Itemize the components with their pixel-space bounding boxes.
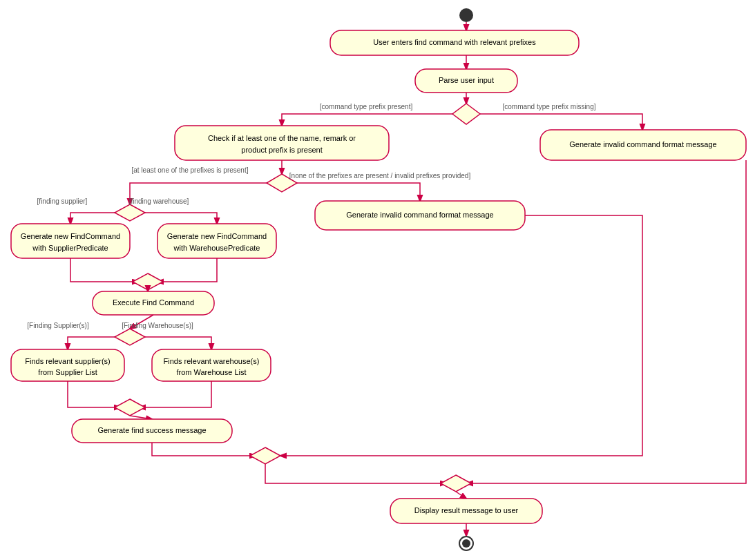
merge-4 <box>441 475 471 492</box>
flow-finding-supplier <box>70 213 115 224</box>
guard-prefix-missing: [command type prefix missing] <box>502 103 595 110</box>
flow-warehouse-merge1 <box>157 258 217 282</box>
guard-finding-supplier: [finding supplier] <box>37 197 88 205</box>
start-node <box>459 8 473 22</box>
guard-prefix-present: [command type prefix present] <box>320 103 413 110</box>
flow-decision-check <box>282 114 452 126</box>
label-parse-input: Parse user input <box>439 76 494 84</box>
label-find-supplier-2: from Supplier List <box>38 368 97 376</box>
label-gen-warehouse-2: with WarehousePredicate <box>173 244 260 252</box>
label-gen-invalid-1: Generate invalid command format message <box>569 140 716 148</box>
label-check-prefix-2: product prefix is present <box>241 146 322 154</box>
label-user-enter: User enters find command with relevant p… <box>373 38 536 46</box>
flow-invalid2-merge3 <box>280 215 642 456</box>
label-gen-success: Generate find success message <box>97 426 206 434</box>
flow-decision-invalid1 <box>480 114 642 130</box>
end-inner <box>462 539 470 548</box>
flow-warehouse-merge2 <box>140 381 211 407</box>
label-display-result: Display result message to user <box>414 506 519 514</box>
flow-exec-warehouse <box>145 337 211 349</box>
node-find-warehouse <box>152 349 271 381</box>
merge-2 <box>115 399 145 416</box>
label-gen-supplier-1: Generate new FindCommand <box>21 232 120 240</box>
node-check-prefix <box>175 126 389 160</box>
flow-decision2-invalid2 <box>297 183 420 201</box>
label-gen-warehouse-1: Generate new FindCommand <box>167 232 267 240</box>
label-gen-invalid-2: Generate invalid command format message <box>346 211 493 219</box>
merge-1 <box>133 273 163 290</box>
label-check-prefix-1: Check if at least one of the name, remar… <box>208 134 356 142</box>
label-find-supplier-1: Finds relevant supplier(s) <box>25 357 111 365</box>
label-execute-find: Execute Find Command <box>113 298 194 307</box>
node-gen-supplier <box>11 224 130 258</box>
flow-success-merge3 <box>152 443 256 456</box>
node-find-supplier <box>11 349 124 381</box>
flow-supplier-merge2 <box>68 381 120 407</box>
decision-parse <box>452 104 480 124</box>
label-find-warehouse-2: from Warehouse List <box>176 368 246 376</box>
node-gen-warehouse <box>157 224 276 258</box>
decision-finding <box>115 204 145 221</box>
flow-exec-supplier <box>68 337 115 349</box>
label-gen-supplier-2: with SupplierPredicate <box>32 244 108 252</box>
flow-merge4-display <box>456 492 466 499</box>
guard-exec-warehouse: [Finding Warehouse(s)] <box>122 322 193 329</box>
guard-one-present: [at least one of the prefixes is present… <box>132 166 249 174</box>
guard-exec-supplier: [Finding Supplier(s)] <box>27 322 89 329</box>
guard-finding-warehouse: [finding warehouse] <box>129 197 189 205</box>
diagram-container: User enters find command with relevant p… <box>0 0 755 560</box>
guard-none-present: [none of the prefixes are present / inva… <box>289 172 471 180</box>
flow-finding-warehouse <box>145 213 217 224</box>
flow-supplier-merge1 <box>70 258 138 282</box>
decision-execute <box>115 329 145 345</box>
flow-merge3-merge4 <box>265 464 446 483</box>
merge-3 <box>250 447 280 464</box>
label-find-warehouse-1: Finds relevant warehouse(s) <box>164 357 260 365</box>
